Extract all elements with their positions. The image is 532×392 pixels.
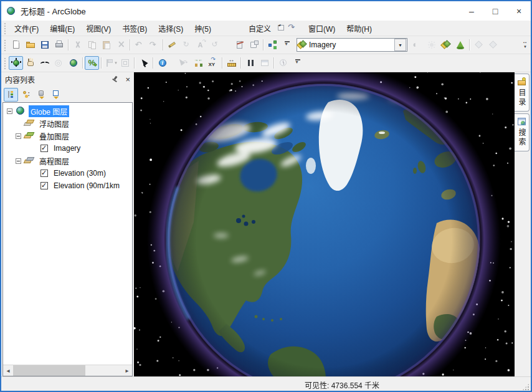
globe-viewport[interactable]: [134, 72, 515, 376]
frame-icon: [120, 58, 130, 68]
layer-label[interactable]: Elevation (30m): [52, 168, 108, 178]
menu-file[interactable]: 文件(F): [9, 21, 44, 36]
menu-edit[interactable]: 编辑(E): [44, 21, 80, 36]
expander-icon[interactable]: [16, 133, 21, 139]
customize-spinner-icon[interactable]: [277, 23, 287, 33]
list-by-selection-button[interactable]: [49, 88, 63, 102]
undo-icon: [135, 40, 145, 50]
layer-label[interactable]: Globe 图层: [29, 105, 69, 117]
standard-toolbar-overflow[interactable]: ••▾: [521, 38, 530, 52]
surface-navigation-button[interactable]: [85, 56, 99, 70]
viewer-button[interactable]: [247, 38, 261, 52]
scroll-right-icon[interactable]: ▸: [122, 367, 132, 374]
full-extent-icon: [69, 58, 78, 68]
toolbar-separator: [82, 57, 83, 69]
title-bar[interactable]: 无标题 - ArcGlobe – □ ×: [1, 1, 531, 21]
save-button[interactable]: [37, 38, 52, 52]
select-features-icon: [139, 58, 149, 68]
list-by-source-button[interactable]: [19, 88, 33, 102]
layer-label[interactable]: Elevation (90m/1km: [52, 181, 121, 191]
model-builder-button[interactable]: [265, 38, 280, 52]
swipe-layer-button[interactable]: [439, 38, 453, 52]
menu-redo-icon[interactable]: [287, 23, 297, 33]
transparency-a-icon: [474, 40, 484, 50]
toolbar-separator: [153, 57, 153, 69]
scrollbar-track[interactable]: [13, 365, 122, 376]
layer-checkbox[interactable]: [40, 170, 48, 177]
navigate-button[interactable]: [9, 56, 23, 70]
standard-toolbar-grip[interactable]: [3, 39, 7, 51]
elevation-30m-node[interactable]: Elevation (30m): [3, 167, 132, 179]
menu-window[interactable]: 窗口(W): [303, 21, 341, 36]
close-button[interactable]: ×: [507, 1, 531, 21]
scroll-left-icon[interactable]: ◂: [3, 367, 13, 374]
pan-button[interactable]: [23, 56, 37, 70]
layer-label[interactable]: Imagery: [52, 143, 82, 153]
expander-icon[interactable]: [16, 158, 21, 164]
menu-help[interactable]: 帮助(H): [341, 21, 378, 36]
new-document-icon: [11, 40, 21, 50]
list-by-drawing-order-button[interactable]: [4, 88, 18, 102]
scrollbar-thumb[interactable]: [13, 365, 85, 376]
toolbar-options-button[interactable]: [280, 38, 294, 52]
toc-close-icon[interactable]: ×: [125, 75, 130, 84]
measure-button[interactable]: [224, 56, 239, 70]
catalog-tab[interactable]: 目录: [515, 74, 530, 112]
layer-checkbox[interactable]: [40, 182, 48, 189]
fly-button[interactable]: [37, 56, 52, 70]
globe-layers-icon: [16, 106, 26, 116]
list-by-visibility-button[interactable]: [34, 88, 48, 102]
search-tab[interactable]: 搜索: [515, 113, 530, 151]
contrast-button: [410, 38, 424, 52]
layer-combobox[interactable]: Imagery ▼: [297, 38, 407, 52]
standard-toolbar: Imagery ▼ ••▾: [1, 36, 531, 54]
print-button[interactable]: [52, 38, 66, 52]
layer-label[interactable]: 浮动图层: [37, 118, 71, 130]
open-button[interactable]: [23, 38, 37, 52]
draped-layers-node[interactable]: 叠加图层: [3, 130, 132, 142]
layer-label[interactable]: 叠加图层: [37, 130, 71, 142]
globe-layers-node[interactable]: Globe 图层: [3, 105, 132, 117]
toolbar-separator: [101, 57, 102, 69]
redo-button: [146, 38, 161, 52]
minimize-button[interactable]: –: [460, 1, 483, 21]
tools-toolbar-grip[interactable]: [3, 57, 7, 69]
status-bar: 可见性: 4736.554 千米: [1, 376, 531, 392]
pan-icon: [26, 58, 36, 68]
tools-overflow-button[interactable]: [290, 56, 305, 70]
elevation-90m-node[interactable]: Elevation (90m/1km: [3, 179, 132, 192]
visibility-value: 4736.554 千米: [331, 381, 379, 390]
menubar-grip[interactable]: [3, 22, 7, 34]
globe-3d-button[interactable]: [453, 38, 467, 52]
menu-view[interactable]: 视图(V): [80, 21, 116, 36]
time-slider-button[interactable]: [243, 56, 257, 70]
toc-horizontal-scrollbar[interactable]: ◂ ▸: [3, 365, 132, 376]
menu-geoprocessing[interactable]: 抻(5): [189, 21, 217, 36]
layer-checkbox[interactable]: [40, 145, 48, 152]
paste-icon: [102, 40, 112, 50]
select-features-button[interactable]: [136, 56, 151, 70]
resize-grip-icon[interactable]: [522, 383, 530, 391]
floating-layers-node[interactable]: 浮动图层: [3, 117, 132, 130]
menu-selection[interactable]: 选择(S): [153, 21, 189, 36]
maximize-button[interactable]: □: [483, 1, 507, 21]
new-document-button[interactable]: [9, 38, 23, 52]
imagery-layer-node[interactable]: Imagery: [3, 142, 132, 155]
expander-icon[interactable]: [7, 108, 12, 114]
cut-button: [70, 38, 85, 52]
menu-bookmarks[interactable]: 书签(B): [116, 21, 153, 36]
full-extent-button[interactable]: [66, 56, 80, 70]
pin-icon[interactable]: [110, 75, 120, 85]
combo-dropdown-icon[interactable]: ▼: [394, 39, 406, 51]
elevation-layers-node[interactable]: 高程图层: [3, 155, 132, 167]
menu-customize[interactable]: 自定义: [243, 21, 277, 36]
zoom-to-target-button[interactable]: [191, 56, 206, 70]
fly-through-button[interactable]: [232, 38, 247, 52]
label-button: [194, 38, 208, 52]
sketch-pencil-button[interactable]: [165, 38, 179, 52]
measure-icon: [227, 58, 237, 68]
globe-earth[interactable]: [134, 72, 515, 376]
layer-label[interactable]: 高程图层: [37, 155, 71, 167]
identify-button[interactable]: [155, 56, 169, 70]
go-to-xy-button[interactable]: [206, 56, 220, 70]
